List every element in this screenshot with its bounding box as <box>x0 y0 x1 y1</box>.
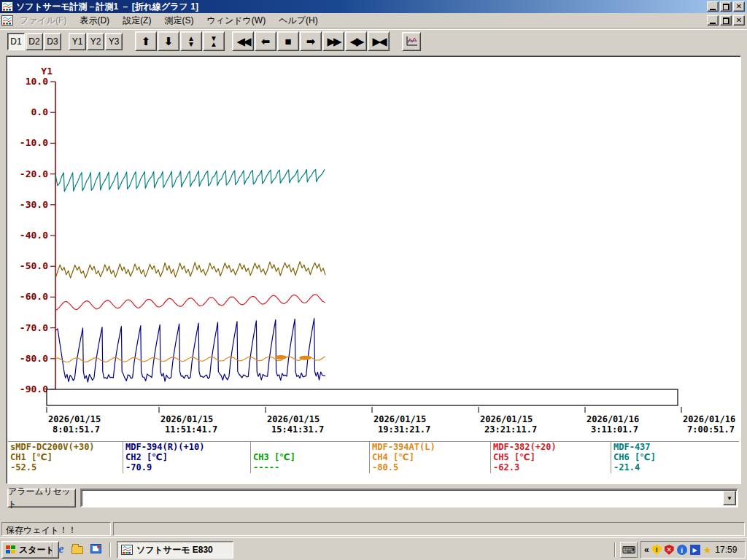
line-chart: 10.00.0-10.0-20.0-30.0-40.0-50.0-60.0-70… <box>8 58 739 441</box>
channel-value: -62.3 <box>493 462 608 472</box>
combobox-dropdown-button[interactable]: ▼ <box>723 491 736 505</box>
y2-label: Y2 <box>90 36 101 47</box>
axis-label: 10.0 <box>26 76 48 87</box>
minimize-button[interactable] <box>707 1 719 12</box>
system-tray: « ! ✕ i ▶ ★ 17:59 <box>640 541 746 559</box>
d2-label: D2 <box>28 36 39 47</box>
star-icon[interactable]: ★ <box>703 545 712 555</box>
axis-label: -40.0 <box>20 230 48 241</box>
channel-title: MDF-382(+20) <box>493 442 608 452</box>
legend-cell-ch6[interactable]: MDF-437 CH6 [℃] -21.4 <box>611 442 739 473</box>
channel-title <box>253 442 367 452</box>
chart-panel: 10.00.0-10.0-20.0-30.0-40.0-50.0-60.0-70… <box>6 55 741 484</box>
step-back-button[interactable]: ⬅ <box>255 31 276 51</box>
windows-logo-icon <box>6 545 17 555</box>
channel-label: CH6 [℃] <box>614 452 737 462</box>
d3-button[interactable]: D3 <box>44 33 61 50</box>
axis-label: 2026/01/15 <box>480 414 533 424</box>
d2-button[interactable]: D2 <box>26 33 43 50</box>
restore-icon <box>723 4 729 10</box>
quick-launch: e <box>58 542 101 555</box>
taskbar-app-button[interactable]: ソフトサーモ E830 <box>117 541 233 559</box>
compress-x-button[interactable]: ▶◀ <box>368 31 390 51</box>
info-balloon-icon[interactable]: i <box>677 545 687 555</box>
time-range-selector[interactable] <box>47 389 678 405</box>
child-restore-button[interactable] <box>720 15 732 26</box>
axis-label: 11:51:41.7 <box>165 424 217 435</box>
series-ch5 <box>55 295 325 310</box>
y3-button[interactable]: Y3 <box>105 33 123 50</box>
toolbar: D1 D2 D3 Y1 Y2 Y3 ⬆⬇▲▼▼▲ ◀◀⬅■➡▶▶◀▶▶◀ <box>0 29 747 52</box>
channel-title: MDF-394AT(L) <box>372 442 488 452</box>
expand-x-button[interactable]: ◀▶ <box>345 31 367 51</box>
legend-cell-ch5[interactable]: MDF-382(+20) CH5 [℃] -62.3 <box>491 442 611 473</box>
menu-view[interactable]: 表示(D) <box>73 13 116 28</box>
channel-value: ----- <box>253 462 367 472</box>
pan-down-icon: ⬇ <box>164 35 174 48</box>
menu-help[interactable]: ヘルプ(H) <box>272 13 325 28</box>
expand-y-button[interactable]: ▲▼ <box>180 31 202 51</box>
expand-x-icon: ◀▶ <box>349 35 362 48</box>
fast-forward-button[interactable]: ▶▶ <box>322 31 344 51</box>
legend-cell-ch4[interactable]: MDF-394AT(L) CH4 [℃] -80.5 <box>370 442 491 473</box>
graph-icon <box>405 36 418 47</box>
graph-view-button[interactable] <box>402 32 421 51</box>
tray-chevron-icon[interactable]: « <box>644 545 649 555</box>
compress-y-button[interactable]: ▼▲ <box>203 31 225 51</box>
legend-cell-ch3[interactable]: CH3 [℃] ----- <box>251 442 370 473</box>
axis-label: -10.0 <box>20 137 48 148</box>
y1-button[interactable]: Y1 <box>69 33 86 50</box>
taskbar-app-label: ソフトサーモ E830 <box>136 544 213 556</box>
step-forward-button[interactable]: ➡ <box>300 31 322 51</box>
legend-cell-ch1[interactable]: sMDF-DC200V(+30) CH1 [℃] -52.5 <box>8 442 123 473</box>
stop-button[interactable]: ■ <box>277 31 299 51</box>
restore-icon <box>723 18 729 24</box>
alarm-reset-button[interactable]: アラームリセット <box>7 489 76 508</box>
channel-label: CH4 [℃] <box>372 452 488 462</box>
close-button[interactable]: ✕ <box>733 1 745 12</box>
folder-icon[interactable] <box>71 546 83 554</box>
child-close-button[interactable]: ✕ <box>733 15 745 26</box>
menu-settings[interactable]: 設定(Z) <box>116 13 158 28</box>
legend-cell-ch2[interactable]: MDF-394(R)(+10) CH2 [℃] -70.9 <box>123 442 251 473</box>
d1-button[interactable]: D1 <box>7 33 25 50</box>
security-error-icon[interactable]: ✕ <box>665 545 674 555</box>
menu-window[interactable]: ウィンドウ(W) <box>200 13 272 28</box>
series-ch2 <box>55 319 325 383</box>
start-button[interactable]: スタート <box>1 541 59 559</box>
axis-label: 7:00:51.7 <box>687 424 735 435</box>
pan-up-button[interactable]: ⬆ <box>135 31 157 51</box>
axis-label: 2026/01/16 <box>587 414 639 424</box>
application-window: ソフトサーモ計測－計測1 － [折れ線グラフ 1] ✕ ファイル(F) 表示(D… <box>0 0 747 560</box>
internet-explorer-icon[interactable]: e <box>58 542 64 555</box>
channel-value: -70.9 <box>125 462 248 472</box>
restore-button[interactable] <box>720 1 732 12</box>
axis-label: 23:21:11.7 <box>484 424 537 435</box>
axis-label: -60.0 <box>20 291 48 302</box>
d3-label: D3 <box>47 36 58 47</box>
axis-label: 2026/01/15 <box>267 414 320 424</box>
pan-down-button[interactable]: ⬇ <box>158 31 179 51</box>
pan-up-icon: ⬆ <box>142 35 151 48</box>
y2-button[interactable]: Y2 <box>87 33 104 50</box>
input-method-button[interactable]: ⌨ <box>620 542 638 558</box>
series-ch6 <box>55 169 325 191</box>
title-bar: ソフトサーモ計測－計測1 － [折れ線グラフ 1] ✕ <box>0 0 747 13</box>
axis-label: 2026/01/16 <box>683 414 735 424</box>
media-play-icon[interactable]: ▶ <box>690 545 700 555</box>
menu-measure[interactable]: 測定(S) <box>158 13 200 28</box>
window-title: ソフトサーモ計測－計測1 － [折れ線グラフ 1] <box>16 1 707 13</box>
alarm-combobox[interactable]: ▼ <box>80 489 738 508</box>
show-desktop-icon[interactable] <box>90 544 101 553</box>
fast-rewind-button[interactable]: ◀◀ <box>232 31 254 51</box>
channel-value: -52.5 <box>10 462 120 472</box>
child-minimize-button[interactable] <box>707 15 719 26</box>
axis-label: 0.0 <box>31 106 49 117</box>
expand-y-icon: ▲▼ <box>187 36 195 47</box>
channel-value: -80.5 <box>372 462 488 472</box>
menu-bar: ファイル(F) 表示(D) 設定(Z) 測定(S) ウィンドウ(W) ヘルプ(H… <box>0 13 747 28</box>
axis-label: -80.0 <box>20 353 48 364</box>
menu-file: ファイル(F) <box>13 13 73 28</box>
security-warning-icon[interactable]: ! <box>652 545 662 555</box>
chevron-down-icon: ▼ <box>727 495 732 502</box>
